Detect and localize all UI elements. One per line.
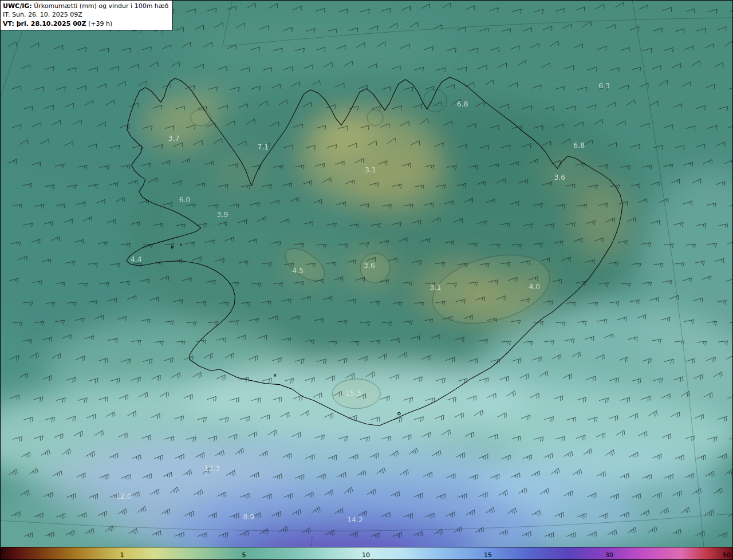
init-time: IT: Sun. 26. 10. 2025 09Z — [3, 11, 82, 18]
precip-value-label: 3.9 — [217, 210, 228, 219]
legend-line-init: IT: Sun. 26. 10. 2025 09Z — [3, 10, 168, 19]
precip-value-label: 4.0 — [529, 282, 540, 291]
product-label: UWC/IG: — [3, 2, 32, 10]
colorbar-tick-label: 50 — [723, 552, 731, 558]
precip-value-label: 3.7 — [168, 134, 180, 143]
valid-time: VT: þri. 28.10.2025 00Z — [3, 20, 86, 27]
precip-value-label: 6.0 — [179, 195, 191, 204]
legend-line-valid: VT: þri. 28.10.2025 00Z (+39 h) — [3, 19, 168, 28]
precip-value-label: 4.4 — [131, 255, 142, 263]
precip-value-label: 14.2 — [347, 515, 363, 524]
precip-value-label: 3.1 — [365, 165, 376, 174]
precip-value-label: 7.1 — [257, 143, 269, 151]
precip-colorbar: 1510153050 — [1, 547, 732, 559]
product-title: Úrkomumætti (mm) og vindur i 100m hæð — [32, 2, 169, 10]
colorbar-tick-label: 15 — [484, 552, 492, 558]
precip-value-label: 3.1 — [430, 283, 442, 291]
precip-value-label: 6.8 — [457, 100, 468, 108]
map-info-legend: UWC/IG: Úrkomumætti (mm) og vindur i 100… — [1, 1, 173, 30]
precip-value-label: 15.3 — [345, 389, 361, 397]
precip-value-label: 6.8 — [573, 141, 585, 149]
weather-map-view: 3.77.16.86.36.83.13.66.03.94.44.53.63.14… — [0, 0, 733, 560]
colorbar-tick-label: 10 — [362, 552, 370, 558]
colorbar-tick-label: 1 — [120, 552, 124, 558]
precip-value-label: 12.0 — [116, 492, 132, 500]
glacier-outline — [191, 110, 211, 126]
precip-value-label: 12.3 — [204, 464, 220, 472]
precip-value-label: 3.6 — [554, 173, 565, 182]
precip-value-label: 3.6 — [364, 261, 375, 270]
precip-value-label: 4.5 — [292, 266, 304, 275]
legend-line-product: UWC/IG: Úrkomumætti (mm) og vindur i 100… — [3, 2, 168, 10]
colorbar-tick-label: 30 — [605, 552, 613, 558]
valid-offset: (+39 h) — [86, 20, 112, 27]
map-canvas: 3.77.16.86.36.83.13.66.03.94.44.53.63.14… — [1, 1, 732, 559]
precip-value-label: 6.3 — [598, 81, 610, 90]
colorbar-tick-label: 5 — [242, 552, 246, 558]
precip-value-label: 8.9 — [243, 512, 254, 521]
